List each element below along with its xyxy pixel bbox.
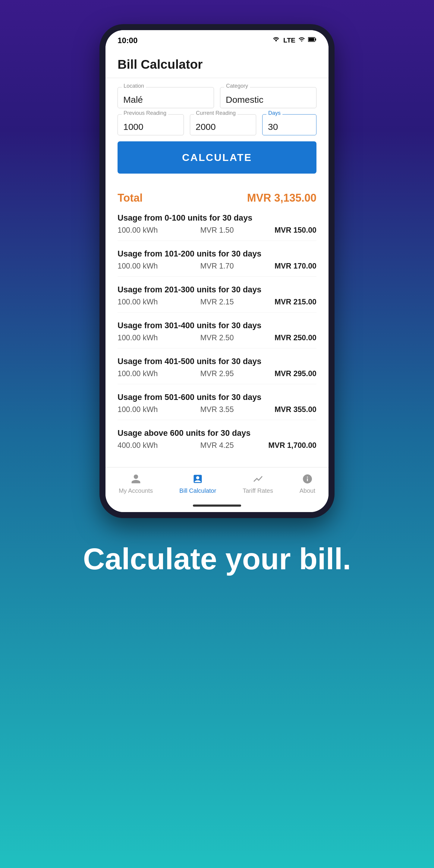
total-row: Total MVR 3,135.00	[118, 192, 316, 204]
wifi-icon	[272, 36, 280, 44]
usage-total: MVR 355.00	[250, 405, 316, 414]
usage-total: MVR 250.00	[250, 333, 316, 342]
tagline-section: Calculate your bill.	[59, 542, 375, 575]
nav-item-bill-calculator[interactable]: Bill Calculator	[173, 472, 222, 494]
home-indicator	[105, 500, 329, 512]
nav-item-my-accounts[interactable]: My Accounts	[113, 472, 159, 494]
current-reading-label: Current Reading	[194, 110, 238, 116]
usage-details: 100.00 kWh MVR 1.50 MVR 150.00	[118, 226, 316, 235]
usage-total: MVR 170.00	[250, 261, 316, 270]
usage-kwh: 100.00 kWh	[118, 405, 184, 414]
current-reading-group: Current Reading	[190, 114, 256, 135]
usage-details: 100.00 kWh MVR 2.50 MVR 250.00	[118, 333, 316, 342]
usage-kwh: 100.00 kWh	[118, 333, 184, 342]
nav-label-about: About	[300, 487, 315, 494]
usage-title: Usage above 600 units for 30 days	[118, 429, 316, 438]
location-input[interactable]	[118, 87, 214, 108]
app-header: Bill Calculator	[105, 48, 329, 78]
nav-label-my-accounts: My Accounts	[119, 487, 153, 494]
usage-rate: MVR 2.15	[184, 298, 250, 306]
category-label: Category	[224, 83, 250, 89]
previous-reading-group: Previous Reading	[118, 114, 184, 135]
previous-reading-label: Previous Reading	[122, 110, 168, 116]
usage-kwh: 400.00 kWh	[118, 441, 184, 450]
usage-total: MVR 150.00	[250, 226, 316, 235]
nav-item-about[interactable]: About	[293, 472, 321, 494]
usage-kwh: 100.00 kWh	[118, 298, 184, 306]
location-field-group: Location	[118, 87, 214, 108]
usage-block: Usage from 201-300 units for 30 days 100…	[118, 285, 316, 313]
battery-icon	[308, 36, 316, 44]
usage-block: Usage above 600 units for 30 days 400.00…	[118, 429, 316, 456]
usage-total: MVR 295.00	[250, 369, 316, 378]
total-amount: MVR 3,135.00	[247, 192, 316, 204]
usage-title: Usage from 301-400 units for 30 days	[118, 321, 316, 330]
usage-block: Usage from 0-100 units for 30 days 100.0…	[118, 213, 316, 241]
home-bar	[193, 504, 241, 507]
usage-rate: MVR 4.25	[184, 441, 250, 450]
calculate-button[interactable]: CALCULATE	[118, 141, 316, 174]
app-title: Bill Calculator	[118, 57, 316, 72]
svg-rect-1	[315, 38, 316, 41]
days-group: Days	[262, 114, 316, 135]
usage-blocks-container: Usage from 0-100 units for 30 days 100.0…	[118, 213, 316, 456]
nav-item-tariff-rates[interactable]: Tariff Rates	[237, 472, 279, 494]
usage-rate: MVR 1.50	[184, 226, 250, 235]
category-input[interactable]	[220, 87, 316, 108]
usage-title: Usage from 0-100 units for 30 days	[118, 213, 316, 223]
nav-label-bill-calculator: Bill Calculator	[179, 487, 216, 494]
category-field-group: Category	[220, 87, 316, 108]
status-time: 10:00	[118, 36, 138, 45]
usage-details: 100.00 kWh MVR 2.15 MVR 215.00	[118, 298, 316, 306]
usage-total: MVR 215.00	[250, 298, 316, 306]
days-input[interactable]	[262, 114, 316, 135]
usage-kwh: 100.00 kWh	[118, 226, 184, 235]
usage-block: Usage from 501-600 units for 30 days 100…	[118, 393, 316, 420]
usage-kwh: 100.00 kWh	[118, 261, 184, 270]
usage-details: 100.00 kWh MVR 2.95 MVR 295.00	[118, 369, 316, 378]
usage-title: Usage from 501-600 units for 30 days	[118, 393, 316, 402]
usage-details: 100.00 kWh MVR 1.70 MVR 170.00	[118, 261, 316, 270]
usage-title: Usage from 201-300 units for 30 days	[118, 285, 316, 294]
lte-icon: LTE	[283, 36, 296, 44]
usage-rate: MVR 3.55	[184, 405, 250, 414]
phone-screen: 10:00 LTE	[105, 30, 329, 512]
tagline-text: Calculate your bill.	[83, 542, 351, 575]
usage-details: 100.00 kWh MVR 3.55 MVR 355.00	[118, 405, 316, 414]
status-bar: 10:00 LTE	[105, 30, 329, 48]
previous-reading-input[interactable]	[118, 114, 184, 135]
usage-block: Usage from 401-500 units for 30 days 100…	[118, 357, 316, 384]
days-label: Days	[267, 110, 282, 116]
usage-total: MVR 1,700.00	[250, 441, 316, 450]
usage-details: 400.00 kWh MVR 4.25 MVR 1,700.00	[118, 441, 316, 450]
nav-label-tariff-rates: Tariff Rates	[243, 487, 273, 494]
status-icons: LTE	[272, 36, 316, 44]
current-reading-input[interactable]	[190, 114, 256, 135]
usage-rate: MVR 2.50	[184, 333, 250, 342]
form-section: Location Category Previous Reading Curre…	[105, 78, 329, 186]
svg-rect-2	[309, 38, 314, 41]
usage-kwh: 100.00 kWh	[118, 369, 184, 378]
usage-title: Usage from 401-500 units for 30 days	[118, 357, 316, 366]
location-label: Location	[122, 83, 146, 89]
results-section: Total MVR 3,135.00 Usage from 0-100 unit…	[105, 186, 329, 467]
total-label: Total	[118, 192, 143, 204]
usage-block: Usage from 301-400 units for 30 days 100…	[118, 321, 316, 348]
usage-rate: MVR 1.70	[184, 261, 250, 270]
usage-rate: MVR 2.95	[184, 369, 250, 378]
usage-title: Usage from 101-200 units for 30 days	[118, 249, 316, 258]
signal-icon	[299, 36, 305, 44]
phone-wrapper: 10:00 LTE	[99, 24, 335, 518]
bottom-nav: My Accounts Bill Calculator Tariff Rates	[105, 467, 329, 500]
usage-block: Usage from 101-200 units for 30 days 100…	[118, 249, 316, 277]
